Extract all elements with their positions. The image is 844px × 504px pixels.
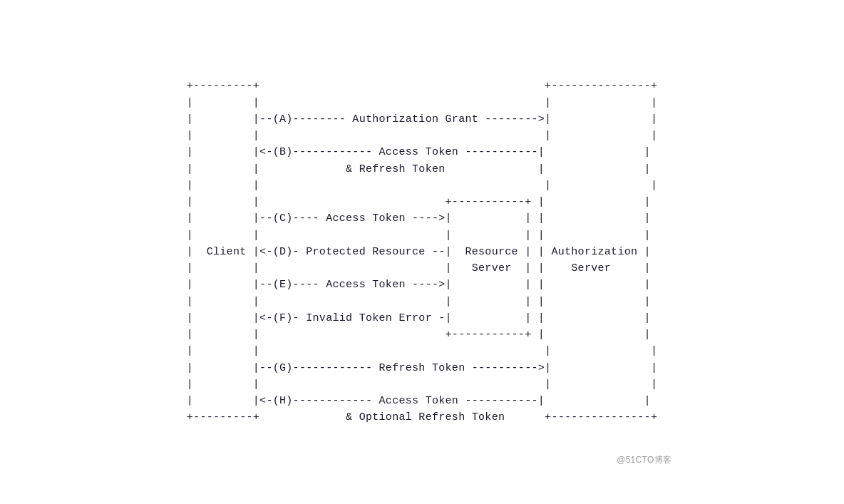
diagram-container: +---------+ +---------------+ | | | | | … bbox=[165, 31, 679, 473]
diagram-content: +---------+ +---------------+ | | | | | … bbox=[187, 78, 657, 426]
watermark: @51CTO博客 bbox=[617, 453, 671, 467]
